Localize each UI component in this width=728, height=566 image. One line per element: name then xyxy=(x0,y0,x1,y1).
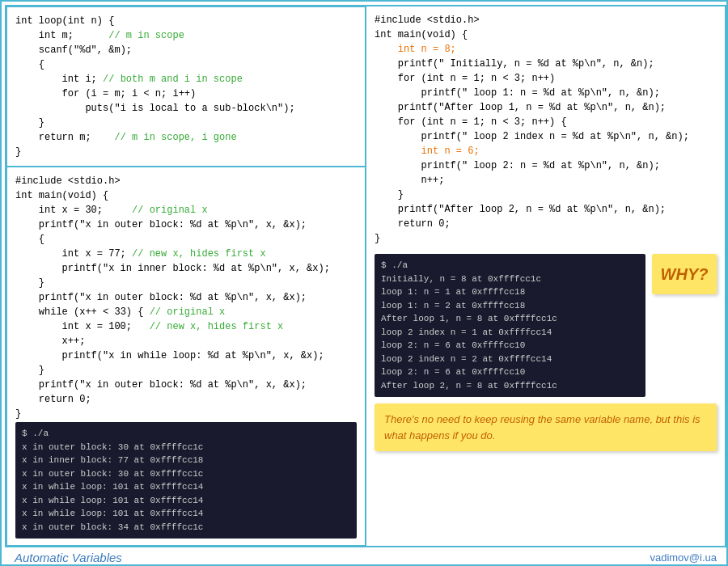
panel-bottom-left: #include <stdio.h> int main(void) { int … xyxy=(6,167,366,546)
panel-top-left: int loop(int n) { int m; // m in scope s… xyxy=(6,6,366,167)
terminal-line: loop 2 index n = 2 at 0xffffcc14 xyxy=(381,353,639,366)
terminal-line: After loop 2, n = 8 at 0xffffcc1c xyxy=(381,379,639,393)
terminal-line: x in outer block: 30 at 0xffffcc1c xyxy=(22,441,350,454)
page-title: Automatic Variables xyxy=(15,551,122,564)
main-container: int loop(int n) { int m; // m in scope s… xyxy=(2,2,728,566)
sticky-why: WHY? xyxy=(652,254,717,294)
terminal-line: $ ./a xyxy=(381,259,639,272)
panel-top-right: #include <stdio.h> int main(void) { int … xyxy=(366,6,725,546)
terminal-line: x in while loop: 101 at 0xffffcc14 xyxy=(22,480,350,494)
code-top-left: int loop(int n) { int m; // m in scope s… xyxy=(15,14,357,159)
terminal-line: x in while loop: 101 at 0xffffcc14 xyxy=(22,507,350,521)
terminal-line: x in while loop: 101 at 0xffffcc14 xyxy=(22,494,350,508)
terminal-line: $ ./a xyxy=(22,427,350,441)
code-bottom-left: #include <stdio.h> int main(void) { int … xyxy=(15,174,357,421)
terminal-1: $ ./a x in outer block: 30 at 0xffffcc1c… xyxy=(15,422,357,539)
terminal-line: loop 2: n = 6 at 0xffffcc10 xyxy=(381,365,639,379)
terminal-line: After loop 1, n = 8 at 0xffffcc1c xyxy=(381,312,639,326)
code-top-right: #include <stdio.h> int main(void) { int … xyxy=(375,13,717,246)
terminal-2: $ ./a Initially, n = 8 at 0xffffcc1c loo… xyxy=(375,254,645,397)
terminal-line: loop 2: n = 6 at 0xffffcc10 xyxy=(381,339,639,353)
terminal-line: x in outer block: 34 at 0xffffcc1c xyxy=(22,521,350,534)
terminal-line: loop 1: n = 1 at 0xffffcc18 xyxy=(381,285,639,299)
terminal-line: x in outer block: 30 at 0xffffcc1c xyxy=(22,467,350,481)
author-label: vadimov@i.ua xyxy=(650,551,717,564)
terminal-line: x in inner block: 77 at 0xffffcc18 xyxy=(22,454,350,467)
sticky-note: There's no need to keep reusing the same… xyxy=(375,403,717,451)
terminal-line: Initially, n = 8 at 0xffffcc1c xyxy=(381,272,639,286)
bottom-bar: Automatic Variables vadimov@i.ua xyxy=(2,547,728,566)
terminal-line: loop 1: n = 2 at 0xffffcc18 xyxy=(381,299,639,313)
terminal-line: loop 2 index n = 1 at 0xffffcc14 xyxy=(381,326,639,340)
